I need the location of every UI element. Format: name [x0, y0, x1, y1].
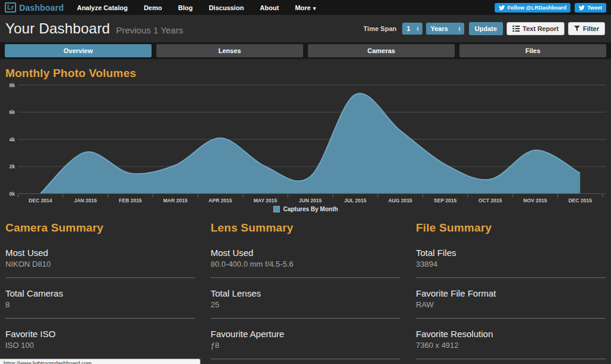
svg-text:NOV 2015: NOV 2015: [523, 198, 547, 203]
svg-text:FEB 2015: FEB 2015: [119, 198, 142, 203]
text-report-label: Text Report: [523, 25, 558, 32]
svg-text:SEP 2015: SEP 2015: [434, 198, 456, 203]
summary-row-value: 8: [5, 300, 195, 309]
filter-label: Filter: [583, 25, 599, 32]
nav-item-demo[interactable]: Demo: [144, 4, 162, 11]
browser-status-bar: https://www.lightroomdashboard.com: [0, 359, 200, 364]
svg-text:AUG 2015: AUG 2015: [388, 198, 412, 203]
page-title: Your Dashboard: [5, 20, 110, 37]
summary-row-label: Total Cameras: [5, 288, 195, 298]
svg-text:JAN 2015: JAN 2015: [74, 198, 97, 203]
update-button[interactable]: Update: [469, 22, 503, 35]
tab-overview[interactable]: Overview: [5, 44, 152, 57]
svg-text:JUN 2015: JUN 2015: [299, 198, 322, 203]
nav-item-more[interactable]: More▾: [295, 4, 316, 11]
nav-more-label: More: [295, 4, 310, 11]
app-logo[interactable]: Lr Dashboard: [5, 2, 64, 13]
summary-row: Favorite Resolution 7360 x 4912: [416, 329, 606, 359]
summary-title: Lens Summary: [211, 221, 400, 235]
summary-title: Camera Summary: [5, 221, 195, 235]
filter-funnel-icon: [574, 26, 580, 32]
nav-item-blog[interactable]: Blog: [178, 4, 192, 11]
twitter-tweet-button[interactable]: Tweet: [575, 3, 606, 13]
svg-text:2k: 2k: [10, 164, 16, 169]
svg-text:JUL 2015: JUL 2015: [344, 198, 366, 203]
nav-item-about[interactable]: About: [260, 4, 279, 11]
summary-row: Favorite ISO ISO 100: [5, 329, 195, 359]
page-subtitle: Previous 1 Years: [116, 25, 183, 35]
summary-row: Total Lenses 25: [211, 288, 400, 319]
tab-cameras[interactable]: Cameras: [308, 44, 455, 57]
summary-row-value: 33894: [416, 260, 606, 269]
twitter-bird-icon: [579, 5, 585, 11]
tab-bar: OverviewLensesCamerasFiles: [0, 42, 611, 59]
svg-text:DEC 2014: DEC 2014: [29, 198, 52, 203]
svg-text:OCT 2015: OCT 2015: [479, 198, 502, 203]
summary-section-file: File Summary Total Files 33894 Favorite …: [416, 217, 606, 364]
svg-text:MAY 2015: MAY 2015: [254, 198, 277, 203]
lr-logo-icon: Lr: [5, 2, 16, 13]
summary-row: Favorite File Format RAW: [416, 288, 606, 319]
svg-text:0k: 0k: [10, 191, 16, 197]
summary-row-label: Most Used: [211, 248, 400, 258]
svg-text:8k: 8k: [10, 82, 16, 88]
tab-lenses[interactable]: Lenses: [156, 44, 303, 57]
svg-text:DEC 2015: DEC 2015: [569, 198, 592, 203]
summary-row-label: Favorite File Format: [416, 288, 606, 298]
chart-legend: Captures By Month: [5, 205, 606, 213]
summary-row: Total Cameras 8: [5, 288, 195, 319]
monthly-photo-volumes-chart: 0k2k4k6k8kDEC 2014JAN 2015FEB 2015MAR 20…: [5, 82, 606, 204]
svg-text:6k: 6k: [10, 109, 16, 115]
summary-section-camera: Camera Summary Most Used NIKON D810 Tota…: [5, 217, 195, 364]
summary-row-value: ƒ8: [211, 341, 400, 350]
chart-title: Monthly Photo Volumes: [5, 67, 606, 80]
time-span-label: Time Span: [363, 25, 396, 32]
summary-row-value: ISO 100: [5, 341, 195, 350]
time-span-unit: Years: [431, 25, 448, 32]
summary-row-label: Favorite ISO: [5, 329, 195, 339]
summary-row-value: NIKON D810: [5, 260, 195, 269]
summary-row: Total Files 33894: [416, 248, 606, 278]
text-report-button[interactable]: Text Report: [507, 22, 564, 35]
legend-label: Captures By Month: [283, 206, 338, 212]
nav-item-discussion[interactable]: Discussion: [209, 4, 244, 11]
nav-item-analyze-catalog[interactable]: Analyze Catalog: [77, 4, 128, 11]
chart-section: Monthly Photo Volumes 0k2k4k6k8kDEC 2014…: [0, 67, 611, 213]
summary-section-lens: Lens Summary Most Used 80.0-400.0 mm f/4…: [211, 217, 400, 364]
summary-row-value: 80.0-400.0 mm f/4.5-5.6: [211, 260, 400, 269]
summary-row: Favourite Aperture ƒ8: [211, 329, 400, 359]
nav-menu: Analyze CatalogDemoBlogDiscussionAboutMo…: [77, 4, 316, 11]
filter-button[interactable]: Filter: [568, 22, 605, 35]
svg-text:APR 2015: APR 2015: [209, 198, 232, 203]
app-logo-text: Dashboard: [19, 3, 64, 13]
summary-row-label: Total Files: [416, 248, 606, 258]
page-header: Your Dashboard Previous 1 Years Time Spa…: [0, 15, 611, 41]
select-arrows-icon: ▲▼: [458, 26, 461, 31]
summary-row-value: RAW: [416, 300, 606, 309]
svg-text:MAR 2015: MAR 2015: [163, 198, 188, 203]
select-arrows-icon: ▲▼: [416, 26, 419, 31]
time-span-unit-select[interactable]: Years ▲▼: [426, 23, 464, 35]
time-span-controls: Time Span 1 ▲▼ Years ▲▼ Update Text Repo…: [363, 22, 605, 35]
twitter-bird-icon: [499, 5, 505, 11]
summary-columns: Camera Summary Most Used NIKON D810 Tota…: [0, 213, 611, 364]
twitter-tweet-label: Tweet: [587, 5, 602, 11]
summary-row-label: Favorite Resolution: [416, 329, 606, 339]
summary-row: Most Used NIKON D810: [5, 248, 195, 278]
tab-files[interactable]: Files: [459, 44, 606, 57]
summary-row-value: 25: [211, 300, 400, 309]
navbar: Lr Dashboard Analyze CatalogDemoBlogDisc…: [0, 0, 611, 15]
chevron-down-icon: ▾: [313, 5, 316, 11]
svg-text:4k: 4k: [10, 137, 16, 143]
legend-swatch: [273, 206, 280, 212]
summary-row-value: 7360 x 4912: [416, 341, 606, 350]
time-span-value: 1: [407, 25, 411, 32]
summary-row-label: Favourite Aperture: [211, 329, 400, 339]
summary-row: Most Used 80.0-400.0 mm f/4.5-5.6: [211, 248, 400, 278]
list-icon: [513, 26, 520, 32]
time-span-value-select[interactable]: 1 ▲▼: [402, 23, 422, 35]
summary-row-label: Most Used: [5, 248, 195, 258]
summary-title: File Summary: [416, 221, 606, 235]
twitter-follow-button[interactable]: Follow @LRDashboard: [495, 3, 570, 13]
summary-row-label: Total Lenses: [211, 288, 400, 298]
